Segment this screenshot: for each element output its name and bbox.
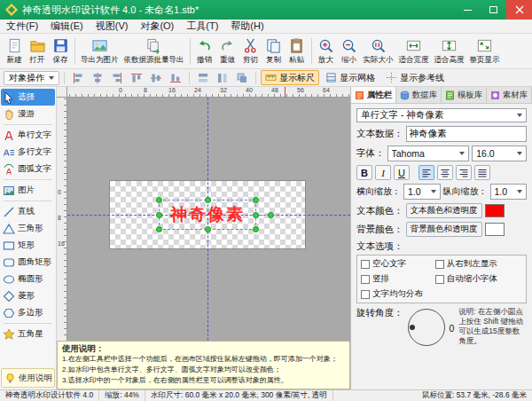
vscale-select[interactable]: 1.0 (490, 184, 528, 200)
tab-properties[interactable]: 属性栏 (351, 87, 396, 103)
tool-pan[interactable]: 漫游 (1, 106, 55, 122)
bg-color-button[interactable]: 背景颜色和透明度 (406, 222, 482, 237)
close-button[interactable] (506, 0, 532, 20)
cut-button[interactable]: 剪切 (239, 35, 262, 67)
fit-width-button[interactable]: 适合宽度 (396, 35, 432, 67)
object-operations-dropdown[interactable]: 对象操作 (4, 71, 59, 85)
align-bottom-button[interactable] (167, 70, 184, 85)
copy-button[interactable]: 复制 (262, 35, 286, 67)
redo-button[interactable]: 重做 (216, 35, 239, 67)
bg-color-swatch[interactable] (485, 223, 505, 236)
fit-height-button[interactable]: 适合高度 (432, 35, 467, 67)
align-vcenter-icon (150, 72, 162, 84)
menu-file[interactable]: 文件(F) (0, 19, 44, 34)
selection-handle-w[interactable] (156, 212, 162, 218)
option-even-distribution[interactable]: 文字均匀分布 (361, 288, 435, 300)
maximize-button[interactable] (481, 0, 506, 20)
show-guides-toggle[interactable]: 显示参考线 (381, 70, 449, 85)
align-right-button[interactable] (108, 70, 126, 85)
show-ruler-toggle[interactable]: 显示标尺 (261, 70, 319, 85)
selection-handle-e[interactable] (253, 212, 259, 218)
selection-handle-ne[interactable] (253, 197, 259, 203)
underline-button[interactable]: U (394, 165, 410, 180)
font-family-select[interactable]: Tahoma (387, 145, 470, 161)
tool-ellipse[interactable]: 椭圆形 (1, 271, 55, 287)
selection-box[interactable]: 神奇像素 (159, 200, 256, 230)
tool-diamond[interactable]: 菱形 (1, 287, 55, 304)
text-data-input[interactable] (406, 126, 528, 142)
rotation-dial-dot[interactable] (410, 325, 415, 330)
horizontal-ruler: 0 8 16 24 32 40 48 56 64 (67, 87, 350, 98)
usage-help-button[interactable]: 使用说明 (1, 368, 55, 388)
option-right-to-left[interactable]: 从右到左显示 (435, 258, 522, 270)
paste-icon (288, 37, 305, 54)
align-hcenter-button[interactable] (89, 70, 106, 85)
menu-view[interactable]: 视图(V) (90, 19, 135, 34)
actual-size-button[interactable]: 实际大小 (361, 35, 396, 67)
text-align-right-button[interactable] (456, 165, 472, 180)
tab-templates[interactable]: 模板库 (442, 87, 487, 103)
text-align-justify-button[interactable] (474, 165, 490, 180)
option-vertical[interactable]: 竖排 (361, 273, 435, 285)
tool-image[interactable]: 图片 (1, 182, 55, 199)
new-button[interactable]: 新建 (3, 35, 26, 67)
undo-button[interactable]: 撤销 (193, 35, 216, 67)
canvas-area[interactable]: 0 8 16 24 32 40 48 56 64 0 8 16 (57, 87, 350, 389)
selection-handle-s[interactable] (205, 226, 211, 232)
fit-height-icon (441, 37, 458, 54)
align-top-button[interactable] (128, 70, 145, 85)
tool-single-text[interactable]: 单行文字 (1, 127, 55, 144)
font-size-select[interactable]: 16.0 (472, 145, 527, 161)
export-image-button[interactable]: 导出为图片 (78, 35, 121, 67)
bold-button[interactable]: B (356, 165, 372, 180)
tab-materials[interactable]: 素材库 (487, 87, 532, 103)
menu-help[interactable]: 帮助(H) (224, 19, 270, 34)
batch-export-button[interactable]: 依数据源批量导出 (121, 35, 187, 67)
text-align-left-button[interactable] (419, 165, 434, 180)
selection-handle-nw[interactable] (156, 197, 162, 203)
zoom-out-button[interactable]: 缩小 (338, 35, 361, 67)
object-selector-dropdown[interactable]: 单行文字 - 神奇像素 (356, 108, 527, 122)
tool-star[interactable]: 五角星 (1, 326, 55, 342)
tool-triangle[interactable]: 三角形 (1, 220, 55, 237)
checkbox-icon (361, 290, 370, 299)
rotation-handle[interactable] (268, 212, 274, 218)
fit-page-button[interactable]: 整页显示 (467, 35, 503, 67)
selection-handle-n[interactable] (205, 197, 211, 203)
tool-select[interactable]: 选择 (1, 89, 55, 106)
same-width-button[interactable] (194, 70, 212, 85)
tool-polygon[interactable]: 多边形 (1, 304, 55, 321)
save-button[interactable]: 保存 (49, 35, 72, 67)
text-color-swatch[interactable] (485, 204, 505, 217)
menu-tools[interactable]: 工具(T) (180, 19, 224, 34)
tool-arc-text[interactable]: 圆弧文字 (1, 161, 55, 177)
open-folder-icon (29, 37, 46, 54)
show-grid-toggle[interactable]: 显示网格 (321, 70, 379, 85)
zoom-in-button[interactable]: 放大 (315, 35, 338, 67)
text-color-button[interactable]: 文本颜色和透明度 (406, 203, 482, 218)
open-button[interactable]: 打开 (26, 35, 49, 67)
minimize-button[interactable] (455, 0, 481, 20)
selection-handle-sw[interactable] (156, 226, 162, 232)
same-size-button[interactable] (233, 70, 251, 85)
tool-rounded-rectangle[interactable]: 圆角矩形 (1, 254, 55, 271)
option-hollow-text[interactable]: 空心文字 (361, 258, 435, 270)
option-auto-shrink[interactable]: 自动缩小字体 (435, 273, 522, 285)
tool-rectangle[interactable]: 矩形 (1, 237, 55, 254)
tab-database[interactable]: 数据库 (396, 87, 442, 103)
selection-handle-se[interactable] (253, 226, 259, 232)
align-vcenter-button[interactable] (147, 70, 165, 85)
tool-multi-text[interactable]: 多行文字 (1, 144, 55, 161)
tool-line[interactable]: 直线 (1, 203, 55, 220)
hscale-select[interactable]: 1.0 (403, 184, 441, 200)
align-left-button[interactable] (69, 70, 87, 85)
text-align-center-button[interactable] (437, 165, 453, 180)
new-file-icon (6, 37, 23, 54)
paste-button[interactable]: 粘贴 (286, 35, 309, 67)
watermark-text[interactable]: 神奇像素 (160, 200, 255, 229)
menu-object[interactable]: 对象(O) (134, 19, 180, 34)
menu-edit[interactable]: 编辑(E) (44, 19, 90, 34)
same-height-button[interactable] (214, 70, 231, 85)
rotation-dial[interactable] (408, 309, 445, 346)
italic-button[interactable]: I (375, 165, 391, 180)
